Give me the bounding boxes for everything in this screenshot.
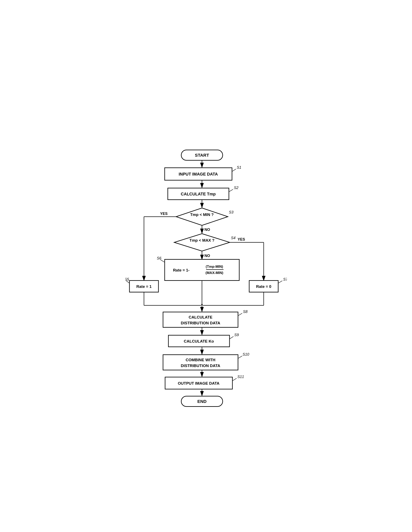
s1-step-label: S1	[237, 165, 241, 170]
s8-step-label: S8	[243, 310, 248, 314]
s8-label-1: CALCULATE	[188, 315, 212, 319]
s10-tick	[238, 356, 242, 359]
s5-step-label: S5	[125, 277, 129, 281]
s1-label: INPUT IMAGE DATA	[178, 172, 218, 176]
s11-step-label: S11	[237, 375, 244, 379]
s7-tick	[278, 281, 282, 283]
s1-tick	[232, 169, 236, 171]
s11-tick	[232, 379, 236, 381]
s4-label: Tmp < MAX ?	[189, 238, 214, 242]
s6-den: (MAX-MIN)	[206, 271, 223, 275]
s2-label: CALCULATE Tmp	[181, 192, 216, 196]
end-label: END	[197, 399, 206, 404]
s2-step-label: S2	[234, 186, 238, 190]
s6-rate-text: Rate = 1-	[173, 268, 189, 272]
page-container: START INPUT IMAGE DATA S1 CALCULATE Tmp …	[0, 0, 412, 532]
s11-label: OUTPUT IMAGE DATA	[178, 381, 219, 385]
s4-no-text: NO	[205, 254, 210, 258]
merge-tick	[201, 304, 203, 306]
s4-yes-text: YES	[238, 237, 245, 241]
s6-step-label: S6	[157, 256, 162, 260]
s3-diamond	[176, 208, 228, 226]
flowchart-svg: START INPUT IMAGE DATA S1 CALCULATE Tmp …	[125, 4, 287, 532]
s8-label-2: DISTRIBUTION DATA	[181, 321, 220, 325]
start-label: START	[195, 153, 209, 158]
s10-label-2: DISTRIBUTION DATA	[181, 363, 220, 368]
s10-step-label: S10	[243, 352, 249, 356]
s3-no-text: NO	[205, 228, 210, 232]
s7-step-label: S7	[283, 277, 287, 281]
s5-label: Rate = 1	[136, 284, 152, 289]
s2-tick	[229, 190, 233, 192]
s4-diamond	[174, 234, 230, 251]
s6-num: (Tmp-MIN)	[206, 265, 223, 269]
s9-step-label: S9	[234, 333, 239, 337]
s3-step-label: S3	[229, 210, 234, 214]
s10-label-1: COMBINE WITH	[186, 358, 215, 362]
s4-step-label: S4	[231, 236, 235, 240]
s9-label: CALCULATE Ko	[184, 339, 214, 343]
s3-yes-text: YES	[160, 212, 167, 216]
s3-label: Tmp < MIN ?	[190, 212, 214, 217]
s9-tick	[230, 337, 234, 339]
s7-label: Rate = 0	[256, 284, 271, 289]
s8-tick	[238, 313, 242, 316]
